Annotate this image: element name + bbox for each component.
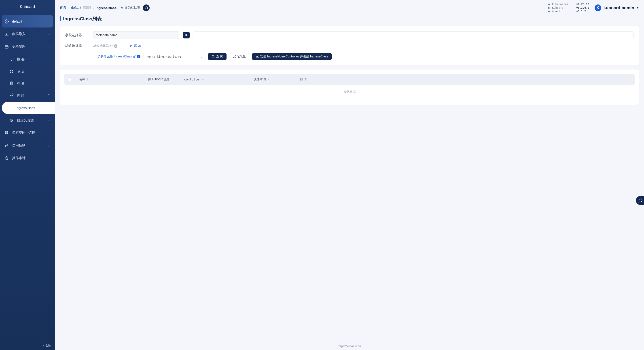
- learn-link-text: 了解什么是 IngressClass: [97, 54, 132, 58]
- home-icon: [120, 6, 123, 9]
- column-created-by: 由Kuboard创建: [148, 77, 182, 81]
- add-label-text: 添 加: [134, 44, 141, 48]
- sort-icon: ▲▼: [202, 78, 204, 80]
- sliders-icon: [10, 118, 14, 122]
- query-button[interactable]: 查 询: [208, 53, 226, 60]
- sidebar-item-label: 名称空间 - 选择: [12, 130, 35, 135]
- sidebar-item-cluster-manage[interactable]: 集群管理 ⌃: [2, 41, 53, 53]
- link-icon: [10, 93, 14, 97]
- sidebar-item-overview[interactable]: 概 要: [2, 53, 53, 65]
- svg-rect-18: [5, 131, 6, 133]
- version-block: ●Kubernetes:v1.20.13 ●Kuboard:v3.3.0.0 ●…: [548, 3, 589, 13]
- clipboard-icon: [4, 156, 9, 160]
- page-title: IngressClass列表: [63, 16, 102, 22]
- table-header: 名称 ▲▼ 由Kuboard创建 contoller ▲▼ 创建时间 ▲▼: [64, 74, 634, 85]
- page-title-row: IngressClass列表: [55, 16, 644, 22]
- svg-rect-21: [7, 133, 8, 134]
- chevron-right-icon: ›: [93, 6, 94, 10]
- field-selector-value-input[interactable]: [193, 31, 634, 39]
- breadcrumb-switch[interactable]: [切换]: [83, 6, 91, 10]
- install-button[interactable]: 安装 IngressNginxController 并创建 IngressCla…: [252, 53, 332, 60]
- sidebar-item-default[interactable]: default: [2, 15, 53, 27]
- column-label: 名称: [79, 77, 85, 81]
- sidebar-item-label: 集群导入: [12, 32, 26, 36]
- yaml-label: YAML: [238, 55, 246, 58]
- sidebar-item-label: default: [12, 19, 22, 23]
- breadcrumb-current: IngressClass: [96, 6, 116, 10]
- api-version-input[interactable]: [144, 53, 205, 60]
- version-name: Kuboard: [552, 6, 572, 9]
- select-all-column: [68, 77, 77, 81]
- footer-link[interactable]: https://kuboard.cn: [55, 343, 644, 350]
- yaml-button[interactable]: YAML: [230, 53, 249, 60]
- add-label-link[interactable]: 添 加: [130, 44, 141, 48]
- label-selector-hint[interactable]: 标签选择器 ?: [93, 44, 118, 48]
- sidebar-collapse[interactable]: « 收起: [0, 341, 55, 350]
- avatar: K: [594, 4, 601, 11]
- column-label: contoller: [184, 77, 201, 81]
- sidebar-item-network[interactable]: 网 络 ⌃: [2, 90, 53, 101]
- refresh-button[interactable]: [143, 4, 150, 11]
- sidebar-item-namespace[interactable]: 名称空间 - 选择: [2, 126, 53, 139]
- label-selector-row: 标签选择器 标签选择器 ? 添 加: [65, 44, 634, 48]
- user-name: kuboard-admin: [604, 5, 634, 10]
- svg-rect-22: [6, 145, 8, 147]
- bullet-icon: ●: [548, 6, 551, 9]
- sidebar-item-ingressclass[interactable]: IngressClass: [2, 102, 55, 114]
- filter-card: 字段选择器 = 标签选择器 标签选择器 ? 添 加: [60, 26, 639, 65]
- help-icon: ?: [114, 44, 118, 48]
- monitor-icon: [10, 57, 14, 61]
- apps-icon: [4, 131, 9, 135]
- column-label: 由Kuboard创建: [148, 77, 170, 81]
- window-icon: [4, 45, 9, 49]
- version-name: Agent: [552, 10, 572, 13]
- edit-icon: [233, 55, 236, 58]
- select-all-checkbox[interactable]: [68, 77, 72, 81]
- sidebar-item-storage[interactable]: 存 储 ⌄: [2, 77, 53, 89]
- chevron-left-icon: «: [42, 344, 44, 347]
- sort-icon: ▲▼: [86, 78, 88, 80]
- sidebar-item-crd[interactable]: 自定义资源 ⌄: [2, 114, 53, 126]
- help-icon: ?: [137, 55, 140, 58]
- svg-rect-19: [7, 131, 8, 133]
- svg-point-16: [12, 120, 13, 121]
- gear-icon: [4, 19, 9, 23]
- version-value: v3.1.2: [576, 10, 589, 13]
- sidebar-item-cluster-import[interactable]: 集群导入 ⌄: [2, 28, 53, 40]
- sidebar-item-label: 网 络: [17, 93, 24, 98]
- sidebar-item-label: 操作审计: [12, 156, 26, 160]
- column-created-at[interactable]: 创建时间 ▲▼: [253, 77, 298, 81]
- caret-down-icon: ▼: [636, 6, 639, 9]
- brand-logo[interactable]: Kuboard: [0, 0, 55, 13]
- svg-point-15: [11, 119, 12, 120]
- action-row: 了解什么是 IngressClass ? ⌄ 查 询 YAML: [65, 53, 634, 60]
- svg-line-29: [134, 56, 136, 57]
- chevron-up-icon: ⌃: [48, 45, 50, 49]
- topbar: 首页 › default [切换] › IngressClass 设为默认页 ●…: [55, 0, 644, 16]
- main-content: 首页 › default [切换] › IngressClass 设为默认页 ●…: [55, 0, 644, 350]
- learn-link[interactable]: 了解什么是 IngressClass ?: [97, 54, 140, 58]
- sidebar: Kuboard default 集群导入 ⌄ 集群管理 ⌃ 概 要: [0, 0, 55, 350]
- column-label: 创建时间: [253, 77, 266, 81]
- collapse-label: 收起: [45, 344, 51, 348]
- set-default-page[interactable]: 设为默认页: [120, 6, 140, 10]
- sidebar-item-access[interactable]: 访问控制 ⌄: [2, 139, 53, 152]
- bullet-icon: ●: [548, 10, 551, 13]
- equals-button[interactable]: =: [183, 32, 190, 38]
- search-icon: [212, 55, 215, 58]
- version-value: v1.20.13: [576, 3, 589, 6]
- chat-button[interactable]: [636, 196, 644, 205]
- field-selector-key-input[interactable]: [93, 31, 179, 39]
- user-menu[interactable]: K kuboard-admin ▼: [594, 4, 639, 11]
- sidebar-item-label: IngressClass: [16, 106, 35, 110]
- bullet-icon: ●: [548, 3, 551, 6]
- breadcrumb-namespace[interactable]: default: [71, 5, 81, 10]
- column-name[interactable]: 名称 ▲▼: [79, 77, 146, 81]
- column-controller[interactable]: contoller ▲▼: [184, 77, 251, 81]
- sidebar-item-nodes[interactable]: 节 点: [2, 65, 53, 77]
- api-version-select[interactable]: ⌄: [144, 53, 205, 60]
- sidebar-item-audit[interactable]: 操作审计: [2, 152, 53, 164]
- breadcrumb-home[interactable]: 首页: [60, 5, 66, 10]
- chevron-up-icon: ⌃: [48, 93, 50, 97]
- version-name: Kubernetes: [552, 3, 572, 6]
